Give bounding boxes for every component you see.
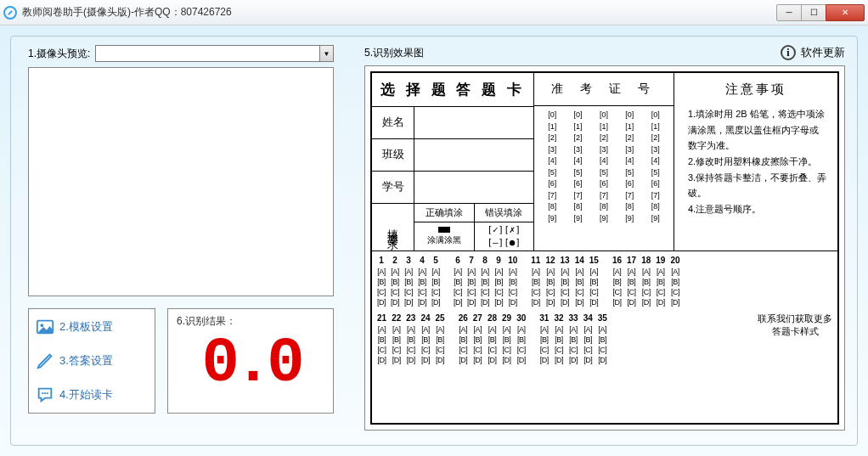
info-icon: i [781,45,796,60]
start-reading-button[interactable]: 4.开始读卡 [36,386,148,404]
notice-title: 注意事项 [685,82,827,98]
template-settings-button[interactable]: 2.模板设置 [36,318,148,336]
app-icon [3,6,17,20]
software-update-button[interactable]: i 软件更新 [781,45,845,60]
sheet-title: 选 择 题 答 题 卡 [372,73,533,107]
answer-sheet: 选 择 题 答 题 卡 姓名 班级 学号 填涂要求 正确填涂 错误填涂 [370,71,839,425]
answer-bubbles: 1[A][B][C][D]2[A][B][C][D]3[A][B][C][D]4… [372,251,837,369]
svg-point-3 [44,392,46,394]
camera-select[interactable]: ▼ [95,45,334,62]
answer-settings-button[interactable]: 3.答案设置 [36,352,148,370]
pencil-icon [36,352,54,370]
notice-list: 1.填涂时用 2B 铅笔，将选中项涂满涂黑，黑度以盖住框内字母或数字为准。2.修… [685,106,827,217]
camera-preview-area [28,67,334,296]
svg-point-1 [41,324,44,327]
svg-point-4 [47,392,48,394]
chat-dots-icon [36,386,54,404]
main-panel: 1.摄像头预览: ▼ 2.模板设置 3.答案设置 [0,25,868,456]
exam-id-grid: [0][0][0][0][0][1][1][1][1][1][2][2][2][… [534,106,674,251]
action-button-list: 2.模板设置 3.答案设置 4.开始读卡 [28,308,155,414]
window-title: 教师阅卷助手(摄像头版)-作者QQ：807426726 [22,5,777,20]
minimize-button[interactable]: ─ [776,4,802,21]
title-bar: 教师阅卷助手(摄像头版)-作者QQ：807426726 ─ ☐ ✕ [0,0,868,25]
camera-preview-label: 1.摄像头预览: [28,47,90,61]
exam-id-title: 准 考 证 号 [534,73,674,106]
result-image-label: 5.识别效果图 [364,46,424,60]
chevron-down-icon: ▼ [319,46,333,61]
svg-point-2 [42,392,43,394]
result-image-area: 选 择 题 答 题 卡 姓名 班级 学号 填涂要求 正确填涂 错误填涂 [364,65,845,431]
close-button[interactable]: ✕ [826,4,865,21]
score-label: 6.识别结果： [177,314,324,329]
score-value: 0.0 [177,332,324,395]
image-icon [36,318,54,336]
score-panel: 6.识别结果： 0.0 [167,308,334,414]
maximize-button[interactable]: ☐ [801,4,826,21]
